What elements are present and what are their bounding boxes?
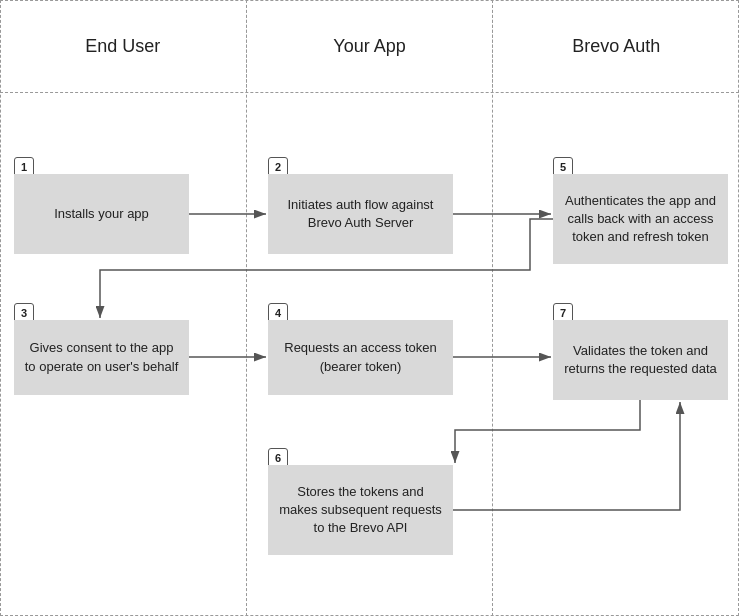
step-5-text: Authenticates the app and calls back wit… xyxy=(563,192,718,247)
step-box-1: Installs your app xyxy=(14,174,189,254)
step-2-text: Initiates auth flow against Brevo Auth S… xyxy=(278,196,443,232)
diagram-container: End User Your App Brevo Auth 1 Installs … xyxy=(0,0,739,616)
header-row: End User Your App Brevo Auth xyxy=(0,0,739,93)
step-box-6: Stores the tokens and makes subsequent r… xyxy=(268,465,453,555)
step-box-2: Initiates auth flow against Brevo Auth S… xyxy=(268,174,453,254)
step-7-text: Validates the token and returns the requ… xyxy=(563,342,718,378)
header-brevo-auth: Brevo Auth xyxy=(493,0,739,92)
step-box-4: Requests an access token (bearer token) xyxy=(268,320,453,395)
header-end-user-label: End User xyxy=(85,36,160,57)
step-3-text: Gives consent to the app to operate on u… xyxy=(24,339,179,375)
step-box-5: Authenticates the app and calls back wit… xyxy=(553,174,728,264)
header-your-app: Your App xyxy=(247,0,494,92)
arrow-7-6 xyxy=(455,400,640,463)
step-box-3: Gives consent to the app to operate on u… xyxy=(14,320,189,395)
step-1-text: Installs your app xyxy=(54,205,149,223)
header-end-user: End User xyxy=(0,0,247,92)
step-box-7: Validates the token and returns the requ… xyxy=(553,320,728,400)
step-6-text: Stores the tokens and makes subsequent r… xyxy=(278,483,443,538)
col-divider-2 xyxy=(492,0,493,616)
col-divider-1 xyxy=(246,0,247,616)
header-brevo-auth-label: Brevo Auth xyxy=(572,36,660,57)
arrow-6-7 xyxy=(453,402,680,510)
step-4-text: Requests an access token (bearer token) xyxy=(278,339,443,375)
header-your-app-label: Your App xyxy=(333,36,405,57)
